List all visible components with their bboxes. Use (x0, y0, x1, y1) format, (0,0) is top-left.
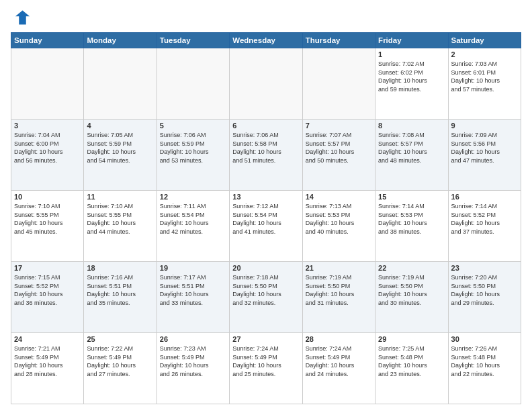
weekday-header-wednesday: Wednesday (230, 33, 302, 48)
calendar-week-3: 10Sunrise: 7:10 AM Sunset: 5:55 PM Dayli… (11, 191, 521, 262)
day-number: 11 (87, 193, 153, 201)
calendar-cell: 17Sunrise: 7:15 AM Sunset: 5:52 PM Dayli… (11, 262, 84, 333)
weekday-header-thursday: Thursday (302, 33, 375, 48)
day-number: 1 (378, 50, 445, 58)
calendar-cell: 24Sunrise: 7:21 AM Sunset: 5:49 PM Dayli… (11, 333, 84, 404)
day-info: Sunrise: 7:03 AM Sunset: 6:01 PM Dayligh… (451, 60, 518, 93)
svg-marker-0 (15, 11, 30, 25)
day-number: 26 (160, 335, 226, 343)
calendar-cell: 23Sunrise: 7:20 AM Sunset: 5:50 PM Dayli… (448, 262, 521, 333)
weekday-header-saturday: Saturday (448, 33, 521, 48)
logo-icon (11, 8, 30, 27)
calendar-cell (157, 48, 229, 120)
day-number: 22 (378, 264, 445, 272)
day-info: Sunrise: 7:02 AM Sunset: 6:02 PM Dayligh… (378, 60, 445, 93)
day-number: 19 (160, 264, 226, 272)
day-number: 27 (232, 335, 299, 343)
calendar-cell: 28Sunrise: 7:24 AM Sunset: 5:49 PM Dayli… (302, 333, 375, 404)
day-info: Sunrise: 7:22 AM Sunset: 5:49 PM Dayligh… (87, 345, 153, 378)
header (11, 8, 521, 27)
day-number: 18 (87, 264, 153, 272)
day-number: 14 (306, 193, 372, 201)
calendar-week-2: 3Sunrise: 7:04 AM Sunset: 6:00 PM Daylig… (11, 120, 521, 191)
day-info: Sunrise: 7:04 AM Sunset: 6:00 PM Dayligh… (14, 131, 81, 165)
calendar-cell (84, 48, 157, 120)
calendar-cell: 18Sunrise: 7:16 AM Sunset: 5:51 PM Dayli… (84, 262, 157, 333)
day-info: Sunrise: 7:24 AM Sunset: 5:49 PM Dayligh… (232, 345, 299, 378)
day-info: Sunrise: 7:10 AM Sunset: 5:55 PM Dayligh… (14, 202, 81, 236)
day-info: Sunrise: 7:05 AM Sunset: 5:59 PM Dayligh… (87, 131, 153, 165)
day-info: Sunrise: 7:06 AM Sunset: 5:58 PM Dayligh… (232, 131, 299, 165)
day-number: 5 (160, 122, 226, 130)
day-info: Sunrise: 7:16 AM Sunset: 5:51 PM Dayligh… (87, 273, 153, 307)
day-info: Sunrise: 7:06 AM Sunset: 5:59 PM Dayligh… (160, 131, 226, 165)
calendar-cell (11, 48, 84, 120)
calendar-cell: 4Sunrise: 7:05 AM Sunset: 5:59 PM Daylig… (84, 120, 157, 191)
calendar: SundayMondayTuesdayWednesdayThursdayFrid… (11, 32, 521, 404)
calendar-cell: 16Sunrise: 7:14 AM Sunset: 5:52 PM Dayli… (448, 191, 521, 262)
calendar-week-5: 24Sunrise: 7:21 AM Sunset: 5:49 PM Dayli… (11, 333, 521, 404)
calendar-cell: 20Sunrise: 7:18 AM Sunset: 5:50 PM Dayli… (230, 262, 302, 333)
day-info: Sunrise: 7:08 AM Sunset: 5:57 PM Dayligh… (378, 131, 445, 165)
calendar-cell: 30Sunrise: 7:26 AM Sunset: 5:48 PM Dayli… (448, 333, 521, 404)
weekday-header-sunday: Sunday (11, 33, 84, 48)
day-number: 7 (306, 122, 372, 130)
page: SundayMondayTuesdayWednesdayThursdayFrid… (0, 0, 532, 411)
day-info: Sunrise: 7:26 AM Sunset: 5:48 PM Dayligh… (451, 345, 518, 378)
day-info: Sunrise: 7:12 AM Sunset: 5:54 PM Dayligh… (232, 202, 299, 236)
calendar-header-row: SundayMondayTuesdayWednesdayThursdayFrid… (11, 33, 521, 48)
calendar-cell: 21Sunrise: 7:19 AM Sunset: 5:50 PM Dayli… (302, 262, 375, 333)
calendar-cell: 15Sunrise: 7:14 AM Sunset: 5:53 PM Dayli… (375, 191, 448, 262)
calendar-cell: 6Sunrise: 7:06 AM Sunset: 5:58 PM Daylig… (230, 120, 302, 191)
calendar-cell: 2Sunrise: 7:03 AM Sunset: 6:01 PM Daylig… (448, 48, 521, 120)
day-number: 30 (451, 335, 518, 343)
day-info: Sunrise: 7:17 AM Sunset: 5:51 PM Dayligh… (160, 273, 226, 307)
day-number: 20 (232, 264, 299, 272)
day-number: 10 (14, 193, 81, 201)
day-info: Sunrise: 7:11 AM Sunset: 5:54 PM Dayligh… (160, 202, 226, 236)
calendar-cell: 14Sunrise: 7:13 AM Sunset: 5:53 PM Dayli… (302, 191, 375, 262)
day-number: 25 (87, 335, 153, 343)
day-number: 6 (232, 122, 299, 130)
calendar-body: 1Sunrise: 7:02 AM Sunset: 6:02 PM Daylig… (11, 48, 521, 404)
day-number: 28 (306, 335, 372, 343)
calendar-cell: 26Sunrise: 7:23 AM Sunset: 5:49 PM Dayli… (157, 333, 229, 404)
day-info: Sunrise: 7:07 AM Sunset: 5:57 PM Dayligh… (306, 131, 372, 165)
day-number: 15 (378, 193, 445, 201)
weekday-header-monday: Monday (84, 33, 157, 48)
calendar-cell: 27Sunrise: 7:24 AM Sunset: 5:49 PM Dayli… (230, 333, 302, 404)
day-number: 21 (306, 264, 372, 272)
calendar-cell: 22Sunrise: 7:19 AM Sunset: 5:50 PM Dayli… (375, 262, 448, 333)
day-info: Sunrise: 7:19 AM Sunset: 5:50 PM Dayligh… (306, 273, 372, 307)
day-info: Sunrise: 7:23 AM Sunset: 5:49 PM Dayligh… (160, 345, 226, 378)
day-info: Sunrise: 7:25 AM Sunset: 5:48 PM Dayligh… (378, 345, 445, 378)
day-info: Sunrise: 7:10 AM Sunset: 5:55 PM Dayligh… (87, 202, 153, 236)
calendar-cell: 29Sunrise: 7:25 AM Sunset: 5:48 PM Dayli… (375, 333, 448, 404)
calendar-cell (302, 48, 375, 120)
calendar-cell: 3Sunrise: 7:04 AM Sunset: 6:00 PM Daylig… (11, 120, 84, 191)
day-number: 17 (14, 264, 81, 272)
calendar-cell: 1Sunrise: 7:02 AM Sunset: 6:02 PM Daylig… (375, 48, 448, 120)
day-number: 23 (451, 264, 518, 272)
calendar-cell: 7Sunrise: 7:07 AM Sunset: 5:57 PM Daylig… (302, 120, 375, 191)
day-info: Sunrise: 7:09 AM Sunset: 5:56 PM Dayligh… (451, 131, 518, 165)
day-info: Sunrise: 7:20 AM Sunset: 5:50 PM Dayligh… (451, 273, 518, 307)
day-number: 4 (87, 122, 153, 130)
calendar-cell: 8Sunrise: 7:08 AM Sunset: 5:57 PM Daylig… (375, 120, 448, 191)
day-info: Sunrise: 7:14 AM Sunset: 5:52 PM Dayligh… (451, 202, 518, 236)
calendar-cell: 25Sunrise: 7:22 AM Sunset: 5:49 PM Dayli… (84, 333, 157, 404)
calendar-cell: 9Sunrise: 7:09 AM Sunset: 5:56 PM Daylig… (448, 120, 521, 191)
weekday-header-tuesday: Tuesday (157, 33, 229, 48)
day-info: Sunrise: 7:19 AM Sunset: 5:50 PM Dayligh… (378, 273, 445, 307)
calendar-cell: 19Sunrise: 7:17 AM Sunset: 5:51 PM Dayli… (157, 262, 229, 333)
day-number: 13 (232, 193, 299, 201)
day-info: Sunrise: 7:18 AM Sunset: 5:50 PM Dayligh… (232, 273, 299, 307)
calendar-cell: 5Sunrise: 7:06 AM Sunset: 5:59 PM Daylig… (157, 120, 229, 191)
day-info: Sunrise: 7:15 AM Sunset: 5:52 PM Dayligh… (14, 273, 81, 307)
day-info: Sunrise: 7:24 AM Sunset: 5:49 PM Dayligh… (306, 345, 372, 378)
day-number: 12 (160, 193, 226, 201)
calendar-cell: 11Sunrise: 7:10 AM Sunset: 5:55 PM Dayli… (84, 191, 157, 262)
day-number: 16 (451, 193, 518, 201)
day-number: 3 (14, 122, 81, 130)
day-info: Sunrise: 7:13 AM Sunset: 5:53 PM Dayligh… (306, 202, 372, 236)
